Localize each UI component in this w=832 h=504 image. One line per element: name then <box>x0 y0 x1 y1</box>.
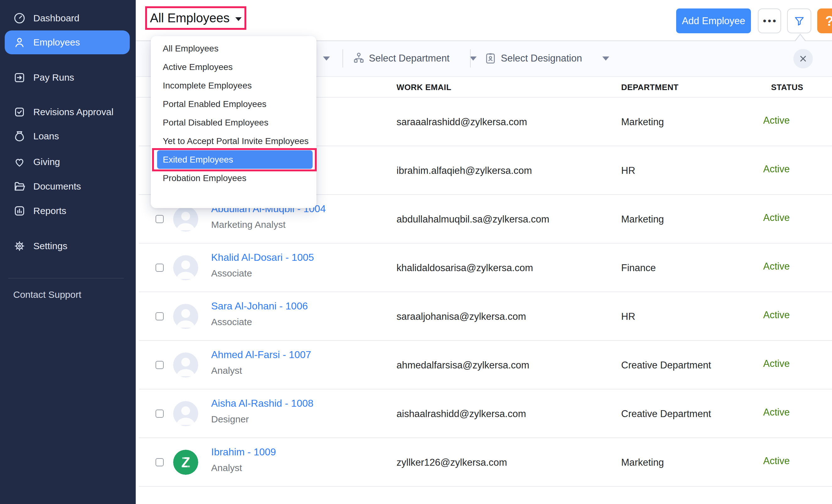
sidebar-item-label: Dashboard <box>33 13 79 24</box>
question-mark-icon: ? <box>825 13 832 29</box>
person-avatar-icon <box>173 353 198 377</box>
sidebar-item-settings[interactable]: Settings <box>0 234 136 258</box>
reports-icon <box>13 205 26 217</box>
close-filter-button[interactable] <box>794 49 813 68</box>
avatar <box>173 206 198 232</box>
sidebar-item-revisions-approval[interactable]: Revisions Approval <box>0 100 136 124</box>
dashboard-icon <box>13 12 26 25</box>
avatar: Z <box>173 450 198 475</box>
employee-name-link[interactable]: Ibrahim - 1009 <box>211 446 276 458</box>
sidebar-item-pay-runs[interactable]: Pay Runs <box>0 65 136 89</box>
sidebar-item-dashboard[interactable]: Dashboard <box>0 6 136 30</box>
employee-role: Designer <box>211 414 249 425</box>
contact-support-link[interactable]: Contact Support <box>0 283 136 307</box>
funnel-icon <box>794 15 805 27</box>
add-employee-label: Add Employee <box>682 16 745 27</box>
row-checkbox[interactable] <box>156 458 164 466</box>
sidebar-item-label: Employees <box>33 37 80 48</box>
status-badge: Active <box>763 407 789 418</box>
employee-email: saraaljohanisa@zylkersa.com <box>396 311 526 322</box>
employee-email: zyllker126@zylkersa.com <box>396 457 507 468</box>
table-row: Khalid Al-Dosari - 1005 Associate khalid… <box>136 244 832 292</box>
employee-email: abdullahalmuqbil.sa@zylkersa.com <box>396 214 549 225</box>
menu-item-portal-enabled-employees[interactable]: Portal Enabled Employees <box>151 95 316 113</box>
employees-icon <box>13 36 26 49</box>
filter-divider <box>342 49 343 67</box>
employee-name-link[interactable]: Ahmed Al-Farsi - 1007 <box>211 349 311 361</box>
employee-department: Marketing <box>621 214 664 225</box>
loans-icon <box>13 130 26 142</box>
employee-role: Analyst <box>211 463 242 473</box>
status-badge: Active <box>763 261 789 272</box>
help-button[interactable]: ? <box>817 8 832 33</box>
more-options-button[interactable]: ••• <box>758 8 781 33</box>
row-checkbox[interactable] <box>156 263 164 272</box>
row-checkbox[interactable] <box>156 312 164 320</box>
documents-icon <box>13 180 26 193</box>
sidebar-item-loans[interactable]: Loans <box>0 124 136 148</box>
employee-list-view-dropdown[interactable]: All Employees <box>150 11 241 25</box>
row-checkbox[interactable] <box>156 215 164 223</box>
employee-department: HR <box>621 311 635 322</box>
employee-department: Creative Department <box>621 360 711 371</box>
select-department-dropdown[interactable]: Select Department <box>352 40 477 76</box>
person-avatar-icon <box>173 255 198 280</box>
employee-role: Marketing Analyst <box>211 219 286 230</box>
employee-email: aishaalrashidd@zylkersa.com <box>396 408 526 420</box>
hidden-filter-dropdown[interactable] <box>323 40 330 76</box>
menu-item-all-employees[interactable]: All Employees <box>151 39 316 58</box>
person-avatar-icon <box>173 401 198 426</box>
employee-email: ahmedalfarsisa@zylkersa.com <box>396 360 529 371</box>
main-content: All Employees Add Employee ••• ? Select … <box>136 0 832 504</box>
sidebar-item-label: Pay Runs <box>33 72 74 83</box>
employee-email: khalidaldosarisa@zylkersa.com <box>396 262 533 274</box>
row-divider <box>139 486 832 487</box>
sidebar-item-label: Giving <box>33 157 60 167</box>
employee-name-link[interactable]: Khalid Al-Dosari - 1005 <box>211 252 314 263</box>
table-row: Aisha Al-Rashid - 1008 Designer aishaalr… <box>136 389 832 438</box>
menu-item-exited-employees[interactable]: Exited Employees <box>157 150 313 169</box>
employee-role: Analyst <box>211 365 242 376</box>
add-employee-button[interactable]: Add Employee <box>676 8 751 33</box>
col-header-department: DEPARTMENT <box>621 83 679 92</box>
employee-department: Creative Department <box>621 408 711 420</box>
employee-name-link[interactable]: Sara Al-Johani - 1006 <box>211 300 308 312</box>
avatar <box>173 255 198 280</box>
employee-department: HR <box>621 165 635 176</box>
avatar <box>173 401 198 426</box>
employee-filter-dropdown-menu: All Employees Active Employees Incomplet… <box>151 36 316 208</box>
menu-item-portal-disabled-employees[interactable]: Portal Disabled Employees <box>151 113 316 132</box>
menu-item-probation-employees[interactable]: Probation Employees <box>151 169 316 187</box>
status-badge: Active <box>763 309 789 321</box>
chevron-down-icon <box>470 56 477 61</box>
sidebar-item-label: Revisions Approval <box>33 107 113 117</box>
sidebar-divider <box>8 278 124 278</box>
sidebar-item-employees[interactable]: Employees <box>5 30 130 54</box>
menu-item-active-employees[interactable]: Active Employees <box>151 58 316 76</box>
ellipsis-icon: ••• <box>763 16 778 26</box>
select-department-label: Select Department <box>369 53 450 64</box>
menu-item-yet-to-accept-portal-invite-employees[interactable]: Yet to Accept Portal Invite Employees <box>151 132 316 150</box>
sidebar-item-giving[interactable]: Giving <box>0 150 136 174</box>
status-badge: Active <box>763 358 789 369</box>
employee-role: Associate <box>211 268 252 279</box>
table-row: Sara Al-Johani - 1006 Associate saraaljo… <box>136 292 832 341</box>
menu-item-incomplete-employees[interactable]: Incomplete Employees <box>151 76 316 95</box>
sidebar-item-label: Settings <box>33 241 67 251</box>
sidebar-item-reports[interactable]: Reports <box>0 199 136 223</box>
employee-name-link[interactable]: Aisha Al-Rashid - 1008 <box>211 398 314 409</box>
sidebar-item-label: Loans <box>33 131 59 142</box>
row-checkbox[interactable] <box>156 410 164 418</box>
sidebar-item-documents[interactable]: Documents <box>0 174 136 198</box>
filter-button[interactable] <box>787 8 811 33</box>
row-checkbox[interactable] <box>156 361 164 369</box>
person-avatar-icon <box>173 304 198 329</box>
employee-email: saraaalrashidd@zylkersa.com <box>396 116 527 128</box>
chevron-down-icon <box>235 17 242 21</box>
page-title: All Employees <box>150 11 229 25</box>
status-badge: Active <box>763 164 789 175</box>
col-header-work-email: WORK EMAIL <box>396 83 451 92</box>
department-org-icon <box>352 52 365 65</box>
select-designation-dropdown[interactable]: Select Designation <box>484 40 609 76</box>
designation-badge-icon <box>484 52 497 65</box>
